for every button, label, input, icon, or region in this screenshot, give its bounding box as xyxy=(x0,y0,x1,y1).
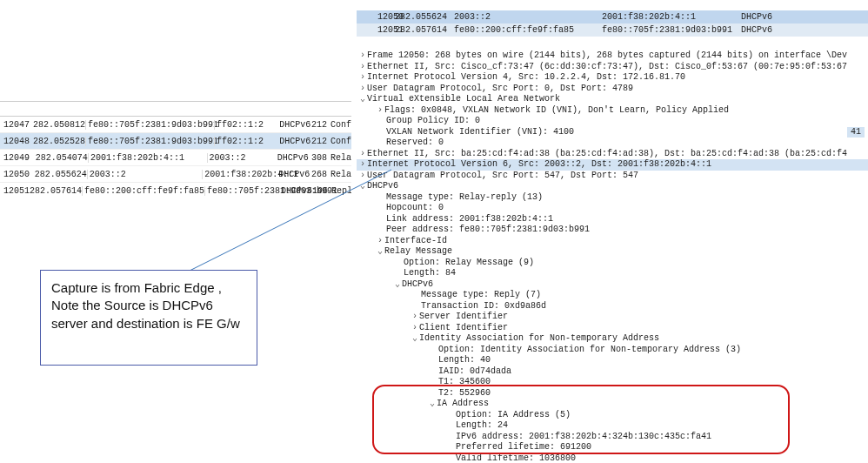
vni-extra: 41 xyxy=(847,127,865,138)
node-ia-na-iaid[interactable]: IAID: 0d74dada xyxy=(357,366,868,378)
col-len: 212 xyxy=(310,120,327,130)
chevron-down-icon[interactable]: ⌄ xyxy=(411,333,419,345)
packet-row[interactable]: 12051 282.057614 fe80::200:cff:fe9f:fa85… xyxy=(357,23,868,37)
annotation-text: Capture is from Fabric Edge , Note the S… xyxy=(51,280,240,331)
chevron-down-icon[interactable]: ⌄ xyxy=(376,246,384,258)
node-ia-addr-len[interactable]: Length: 24 xyxy=(357,420,868,432)
chevron-right-icon[interactable]: › xyxy=(358,149,367,160)
chevron-right-icon[interactable]: › xyxy=(411,312,419,323)
node-vxlan-res[interactable]: Reserved: 0 xyxy=(357,138,868,149)
node-inner-tid[interactable]: Transaction ID: 0xd9a86d xyxy=(357,301,868,312)
col-proto: DHCPv6 xyxy=(738,12,868,22)
node-client-id[interactable]: ›Client Identifier xyxy=(357,323,868,334)
annotation-box: Capture is from Fabric Edge , Note the S… xyxy=(40,270,257,366)
col-dst: ff02::1:2 xyxy=(214,137,279,146)
node-ia-na-t1[interactable]: T1: 345600 xyxy=(357,377,868,388)
node-relay-len[interactable]: Length: 84 xyxy=(357,268,868,279)
col-no: 12050 xyxy=(357,12,391,22)
chevron-right-icon[interactable]: › xyxy=(376,105,384,117)
node-iface-id[interactable]: ›Interface-Id xyxy=(357,236,868,247)
node-ipv4[interactable]: ›Internet Protocol Version 4, Src: 10.2.… xyxy=(357,72,868,84)
chevron-down-icon[interactable]: ⌄ xyxy=(358,94,367,105)
node-relay-opt[interactable]: Option: Relay Message (9) xyxy=(357,258,868,269)
node-udp-outer[interactable]: ›User Datagram Protocol, Src Port: 0, Ds… xyxy=(357,84,868,95)
col-proto: DHCPv6 xyxy=(281,186,312,196)
node-ia-addr-pref[interactable]: Preferred lifetime: 691200 xyxy=(357,442,868,453)
chevron-down-icon[interactable]: ⌄ xyxy=(393,279,402,291)
node-ia-na-t2[interactable]: T2: 552960 xyxy=(357,388,868,399)
packet-row[interactable]: 12047 282.050812 fe80::705f:2381:9d03:b9… xyxy=(0,117,351,133)
chevron-right-icon[interactable]: › xyxy=(358,84,367,95)
chevron-right-icon[interactable]: › xyxy=(358,159,367,171)
node-ipv6[interactable]: ›Internet Protocol Version 6, Src: 2003:… xyxy=(357,159,868,171)
col-no: 12051 xyxy=(0,186,30,196)
chevron-right-icon[interactable]: › xyxy=(358,50,367,62)
chevron-right-icon[interactable]: › xyxy=(411,323,419,334)
node-udp-inner[interactable]: ›User Datagram Protocol, Src Port: 547, … xyxy=(357,171,868,182)
packet-list-right[interactable]: 12050 282.055624 2003::2 2001:f38:202b:4… xyxy=(357,0,868,37)
node-hopcount[interactable]: Hopcount: 0 xyxy=(357,203,868,214)
col-src: fe80::705f:2381:9d03:b991 xyxy=(85,120,214,130)
node-frame[interactable]: ›Frame 12050: 268 bytes on wire (2144 bi… xyxy=(357,50,868,62)
node-eth-outer[interactable]: ›Ethernet II, Src: Cisco_cf:73:47 (6c:dd… xyxy=(357,62,868,73)
node-inner-msg[interactable]: Message type: Reply (7) xyxy=(357,290,868,301)
node-eth-inner[interactable]: ›Ethernet II, Src: ba:25:cd:f4:ad:38 (ba… xyxy=(357,149,868,160)
node-ia-addr-valid[interactable]: Valid lifetime: 1036800 xyxy=(357,453,868,464)
node-ia-addr-opt[interactable]: Option: IA Address (5) xyxy=(357,410,868,421)
node-ia-na[interactable]: ⌄Identity Association for Non-temporary … xyxy=(357,333,868,345)
node-vxlan-flags[interactable]: ›Flags: 0x0848, VXLAN Network ID (VNI), … xyxy=(357,105,868,117)
chevron-right-icon[interactable]: › xyxy=(358,62,367,73)
node-server-id[interactable]: ›Server Identifier xyxy=(357,312,868,323)
node-dhcpv6[interactable]: ⌄DHCPv6 xyxy=(357,181,868,192)
chevron-down-icon[interactable]: ⌄ xyxy=(358,181,367,192)
chevron-right-icon[interactable]: › xyxy=(358,72,367,84)
col-dst: ff02::1:2 xyxy=(214,120,279,130)
packet-row[interactable] xyxy=(357,0,868,10)
node-vxlan[interactable]: ⌄Virtual eXtensible Local Area Network xyxy=(357,94,868,105)
node-msg-type[interactable]: Message type: Relay-reply (13) xyxy=(357,192,868,204)
packet-row[interactable]: 12049 282.054074 2001:f38:202b:4::1 2003… xyxy=(0,150,351,166)
col-src: 2003::2 xyxy=(451,12,598,22)
node-vxlan-gpid[interactable]: Group Policy ID: 0 xyxy=(357,116,868,127)
left-header-divider xyxy=(0,101,351,117)
packet-row[interactable]: 12050 282.055624 2003::2 2001:f38:202b:4… xyxy=(0,166,351,183)
col-src: 2001:f38:202b:4::1 xyxy=(88,153,207,163)
chevron-right-icon[interactable]: › xyxy=(376,236,384,247)
chevron-down-icon[interactable]: ⌄ xyxy=(428,399,437,410)
col-len: 268 xyxy=(310,170,327,179)
col-proto: DHCPv6 xyxy=(277,153,310,163)
node-ia-na-opt[interactable]: Option: Identity Association for Non-tem… xyxy=(357,345,868,356)
col-len: 196 xyxy=(312,186,328,196)
packet-row[interactable]: 12048 282.052528 fe80::705f:2381:9d03:b9… xyxy=(0,133,351,150)
col-info: Rela xyxy=(327,170,351,179)
node-ia-na-len[interactable]: Length: 40 xyxy=(357,355,868,366)
node-ia-addr-ip[interactable]: IPv6 address: 2001:f38:202b:4:324b:130c:… xyxy=(357,432,868,443)
node-ia-addr[interactable]: ⌄IA Address xyxy=(357,399,868,410)
col-no: 12050 xyxy=(0,170,35,179)
col-time: 282.057614 xyxy=(30,186,82,196)
node-relay-msg[interactable]: ⌄Relay Message xyxy=(357,246,868,258)
col-dst: fe80::705f:2381:9d03:b991 xyxy=(204,186,281,196)
node-inner-dhcpv6[interactable]: ⌄DHCPv6 xyxy=(357,279,868,291)
node-vxlan-vni[interactable]: VXLAN Network Identifier (VNI): 410041 xyxy=(357,127,868,138)
packet-row-selected[interactable]: 12050 282.055624 2003::2 2001:f38:202b:4… xyxy=(357,10,868,23)
node-link-addr[interactable]: Link address: 2001:f38:202b:4::1 xyxy=(357,214,868,225)
chevron-right-icon[interactable]: › xyxy=(358,171,367,182)
node-peer-addr[interactable]: Peer address: fe80::705f:2381:9d03:b991 xyxy=(357,225,868,236)
packet-row[interactable]: 12051 282.057614 fe80::200:cff:fe9f:fa85… xyxy=(0,183,351,199)
col-time: 282.057614 xyxy=(391,25,451,35)
col-no: 12051 xyxy=(357,25,391,35)
col-time: 282.055624 xyxy=(35,170,87,179)
col-info: Conf xyxy=(327,137,351,146)
col-info: Repl xyxy=(328,186,351,196)
col-no: 12048 xyxy=(0,137,33,146)
col-time: 282.052528 xyxy=(33,137,85,146)
packet-list-left[interactable]: 12047 282.050812 fe80::705f:2381:9d03:b9… xyxy=(0,101,351,199)
col-time: 282.055624 xyxy=(391,12,451,22)
col-len: 212 xyxy=(310,137,327,146)
col-info: Rela xyxy=(327,153,351,163)
col-no: 12049 xyxy=(0,153,36,163)
col-dst: 2001:f38:202b:4::1 xyxy=(598,12,738,22)
col-src: 2003::2 xyxy=(87,170,203,179)
packet-details-tree[interactable]: ›Frame 12050: 268 bytes on wire (2144 bi… xyxy=(357,50,868,463)
